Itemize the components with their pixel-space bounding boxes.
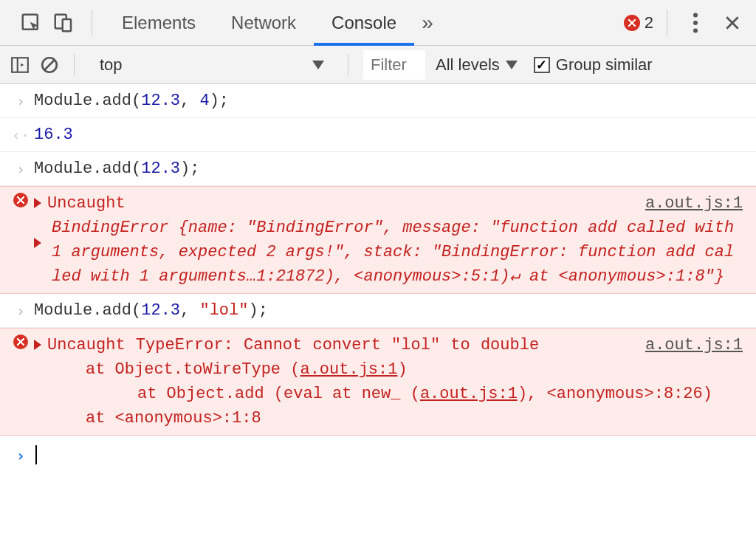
- group-similar-label: Group similar: [556, 55, 653, 75]
- svg-rect-2: [63, 19, 71, 31]
- divider: [74, 54, 75, 76]
- kebab-menu-icon[interactable]: [679, 13, 712, 33]
- output-chevron-icon: ‹·: [7, 123, 34, 146]
- source-link[interactable]: a.out.js:1: [300, 360, 397, 379]
- clear-console-icon[interactable]: [40, 55, 59, 75]
- tab-network[interactable]: Network: [213, 0, 314, 46]
- console-toolbar: top All levels Group similar: [0, 46, 756, 84]
- group-similar-toggle[interactable]: Group similar: [534, 55, 653, 75]
- expand-icon[interactable]: [34, 340, 41, 350]
- console-error-row: a.out.js:1 Uncaught TypeError: Cannot co…: [0, 328, 756, 436]
- expand-icon[interactable]: [34, 238, 41, 248]
- console-prompt[interactable]: ›: [0, 436, 756, 472]
- console-error-content: a.out.js:1 Uncaught TypeError: Cannot co…: [34, 333, 743, 430]
- divider: [92, 10, 92, 36]
- log-levels-label: All levels: [436, 55, 500, 75]
- error-icon: [7, 191, 34, 207]
- stack-trace: at Object.toWireType (a.out.js:1) at Obj…: [34, 357, 743, 430]
- chevron-down-icon: [312, 61, 324, 69]
- console-input-row: › Module.add(12.3, "lol");: [0, 294, 756, 328]
- console-prompt-input[interactable]: [34, 443, 743, 467]
- console-input-row: › Module.add(12.3);: [0, 152, 756, 186]
- tab-elements[interactable]: Elements: [104, 0, 213, 46]
- inspect-element-icon[interactable]: [15, 12, 47, 34]
- checkbox-checked-icon: [534, 57, 550, 73]
- execution-context-select[interactable]: top: [89, 50, 333, 80]
- svg-point-5: [693, 28, 698, 32]
- console-input-row: › Module.add(12.3, 4);: [0, 84, 756, 118]
- log-levels-select[interactable]: All levels: [436, 55, 518, 75]
- error-headline: Uncaught TypeError: Cannot convert "lol"…: [47, 336, 539, 354]
- input-chevron-icon: ›: [7, 157, 34, 180]
- prompt-chevron-icon: ›: [7, 443, 34, 467]
- divider: [348, 54, 348, 76]
- console-error-content: a.out.js:1 Uncaught BindingError {name: …: [34, 191, 743, 289]
- error-object-detail: BindingError {name: "BindingError", mess…: [34, 216, 743, 289]
- svg-point-4: [693, 20, 698, 24]
- console-input-code: Module.add(12.3, "lol");: [34, 298, 743, 323]
- console-input-code: Module.add(12.3);: [34, 157, 743, 181]
- tabs-overflow-icon[interactable]: »: [414, 0, 441, 46]
- show-console-sidebar-icon[interactable]: [10, 55, 30, 75]
- divider: [667, 10, 667, 36]
- source-link[interactable]: a.out.js:1: [645, 333, 743, 357]
- console-output: › Module.add(12.3, 4); ‹· 16.3 › Module.…: [0, 84, 756, 472]
- error-icon: [7, 333, 34, 349]
- svg-rect-6: [12, 58, 28, 72]
- source-link[interactable]: a.out.js:1: [645, 191, 743, 216]
- console-output-value: 16.3: [34, 123, 743, 147]
- execution-context-value: top: [100, 55, 123, 75]
- console-output-row: ‹· 16.3: [0, 118, 756, 152]
- expand-icon[interactable]: [34, 198, 41, 208]
- close-icon[interactable]: [716, 15, 749, 31]
- error-icon: [624, 15, 640, 31]
- input-chevron-icon: ›: [7, 89, 34, 112]
- source-link[interactable]: a.out.js:1: [420, 385, 518, 403]
- devtools-tabbar: Elements Network Console » 2: [0, 0, 756, 46]
- error-count-badge[interactable]: 2: [624, 13, 653, 32]
- console-input-code: Module.add(12.3, 4);: [34, 89, 743, 113]
- tab-console[interactable]: Console: [314, 0, 414, 46]
- chevron-down-icon: [506, 61, 518, 69]
- device-toggle-icon[interactable]: [47, 12, 80, 34]
- error-headline: Uncaught: [47, 194, 126, 213]
- input-chevron-icon: ›: [7, 298, 34, 322]
- error-count-value: 2: [645, 13, 653, 32]
- svg-point-3: [693, 13, 698, 17]
- filter-input[interactable]: [363, 50, 425, 80]
- console-error-row: a.out.js:1 Uncaught BindingError {name: …: [0, 186, 756, 294]
